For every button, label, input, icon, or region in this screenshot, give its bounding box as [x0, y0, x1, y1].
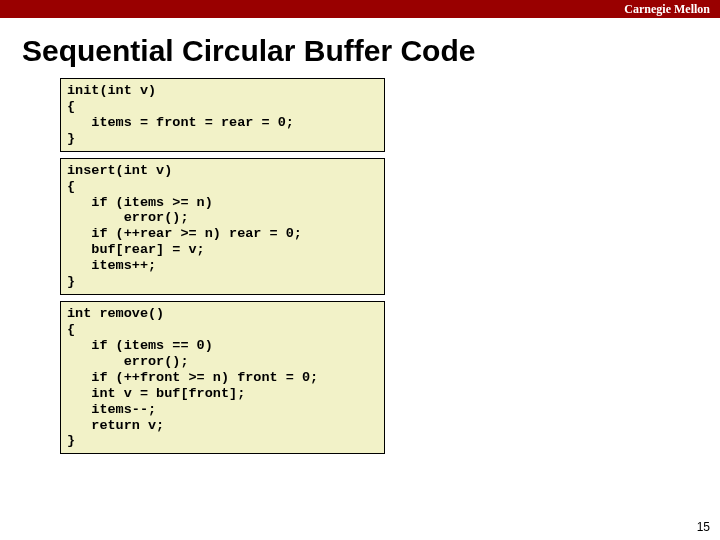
- slide: Carnegie Mellon Sequential Circular Buff…: [0, 0, 720, 540]
- brand-label: Carnegie Mellon: [624, 2, 710, 17]
- code-remove: int remove() { if (items == 0) error(); …: [67, 306, 378, 449]
- code-box-init: init(int v) { items = front = rear = 0; …: [60, 78, 385, 152]
- slide-title: Sequential Circular Buffer Code: [22, 34, 720, 68]
- code-insert: insert(int v) { if (items >= n) error();…: [67, 163, 378, 290]
- page-number: 15: [697, 520, 710, 534]
- code-init: init(int v) { items = front = rear = 0; …: [67, 83, 378, 147]
- code-box-remove: int remove() { if (items == 0) error(); …: [60, 301, 385, 454]
- code-box-insert: insert(int v) { if (items >= n) error();…: [60, 158, 385, 295]
- top-bar: Carnegie Mellon: [0, 0, 720, 18]
